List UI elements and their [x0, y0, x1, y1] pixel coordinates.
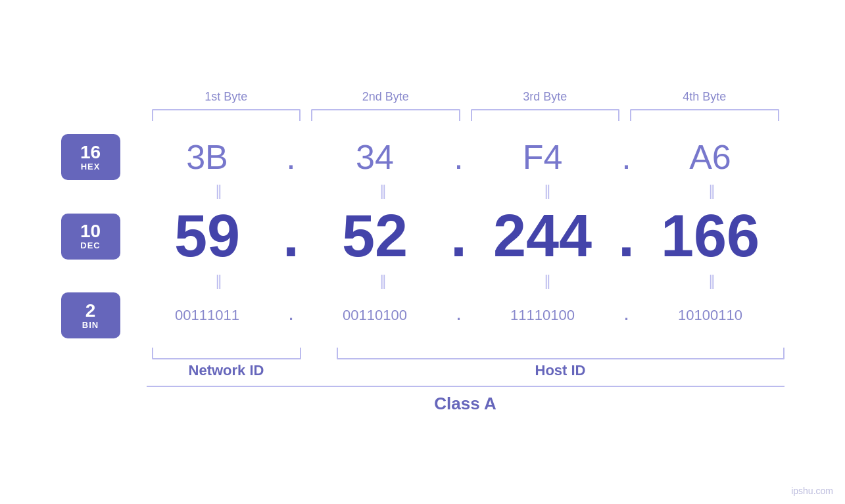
bracket-top-4	[630, 109, 779, 121]
bin-dot2: .	[449, 307, 469, 324]
host-id-label: Host ID	[535, 359, 586, 379]
class-line: Class A	[147, 386, 785, 414]
bin-dot1: .	[281, 307, 301, 324]
dec-dot2: .	[449, 202, 469, 270]
eq2-b4: ‖	[640, 273, 785, 290]
eq1-b4: ‖	[640, 183, 785, 200]
hex-dot1: .	[281, 137, 301, 177]
byte1-header: 1st Byte	[147, 90, 306, 104]
hex-b1: 3B	[133, 137, 281, 177]
eq2-b3: ‖	[475, 273, 620, 290]
bin-base-number: 2	[85, 302, 96, 320]
equals-row-2: ‖ ‖ ‖ ‖	[61, 273, 785, 290]
bracket-top-1	[152, 109, 301, 121]
hex-b3: F4	[469, 137, 617, 177]
hex-base-number: 16	[80, 143, 101, 162]
hex-dot3: .	[617, 137, 637, 177]
hex-b4: A6	[637, 137, 785, 177]
eq1-b1: ‖	[147, 183, 291, 200]
hex-row: 16 HEX 3B . 34 . F4 . A6	[61, 134, 785, 180]
top-brackets	[61, 109, 785, 121]
main-container: 1st Byte 2nd Byte 3rd Byte 4th Byte 16 H…	[61, 90, 785, 414]
dec-b1: 59	[133, 202, 281, 270]
dec-b4: 166	[637, 202, 785, 270]
byte2-header: 2nd Byte	[306, 90, 466, 104]
eq2-b1: ‖	[147, 273, 291, 290]
bin-b2: 00110100	[301, 307, 449, 324]
class-row: Class A	[61, 386, 785, 414]
eq1-b3: ‖	[475, 183, 620, 200]
hex-badge: 16 HEX	[61, 134, 120, 180]
bin-dot3: .	[617, 307, 637, 324]
network-id-label: Network ID	[189, 359, 264, 379]
host-bracket-line	[337, 348, 785, 359]
class-label: Class A	[434, 394, 496, 413]
hex-values: 3B . 34 . F4 . A6	[133, 137, 785, 177]
bin-badge: 2 BIN	[61, 292, 120, 338]
host-id-bracket: Host ID	[337, 348, 785, 379]
bin-base-label: BIN	[82, 320, 99, 330]
bracket-top-2	[311, 109, 460, 121]
byte4-header: 4th Byte	[625, 90, 785, 104]
bin-b4: 10100110	[637, 307, 785, 324]
bin-b3: 11110100	[469, 307, 617, 324]
dec-base-label: DEC	[80, 241, 100, 250]
dec-base-number: 10	[80, 222, 101, 241]
bottom-brackets-row: Network ID Host ID	[61, 348, 785, 379]
eq1-b2: ‖	[311, 183, 456, 200]
dec-values: 59 . 52 . 244 . 166	[133, 202, 785, 270]
hex-b2: 34	[301, 137, 449, 177]
watermark: ipshu.com	[791, 486, 833, 496]
hex-dot2: .	[449, 137, 469, 177]
byte-headers: 1st Byte 2nd Byte 3rd Byte 4th Byte	[61, 90, 785, 104]
dec-b2: 52	[301, 202, 449, 270]
bracket-top-3	[471, 109, 620, 121]
network-id-bracket: Network ID	[152, 348, 301, 379]
dec-dot1: .	[281, 202, 301, 270]
bin-values: 00111011 . 00110100 . 11110100 . 1010011…	[133, 307, 785, 324]
network-bracket-line	[152, 348, 301, 359]
bin-b1: 00111011	[133, 307, 281, 324]
dec-badge: 10 DEC	[61, 214, 120, 260]
dec-row: 10 DEC 59 . 52 . 244 . 166	[61, 202, 785, 270]
hex-base-label: HEX	[81, 162, 101, 172]
equals-row-1: ‖ ‖ ‖ ‖	[61, 183, 785, 200]
dec-b3: 244	[469, 202, 617, 270]
bin-row: 2 BIN 00111011 . 00110100 . 11110100 . 1…	[61, 292, 785, 338]
byte3-header: 3rd Byte	[466, 90, 625, 104]
dec-dot3: .	[617, 202, 637, 270]
eq2-b2: ‖	[311, 273, 456, 290]
